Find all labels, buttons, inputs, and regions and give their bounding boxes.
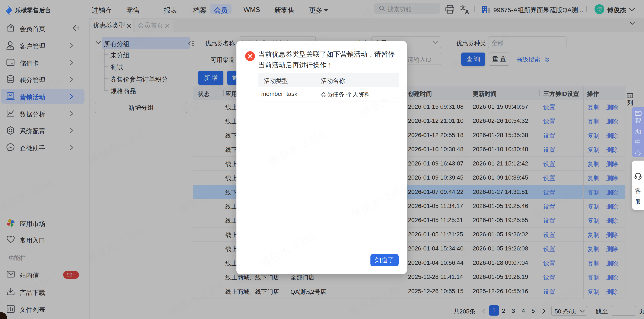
svg-text:A: A bbox=[465, 9, 469, 14]
